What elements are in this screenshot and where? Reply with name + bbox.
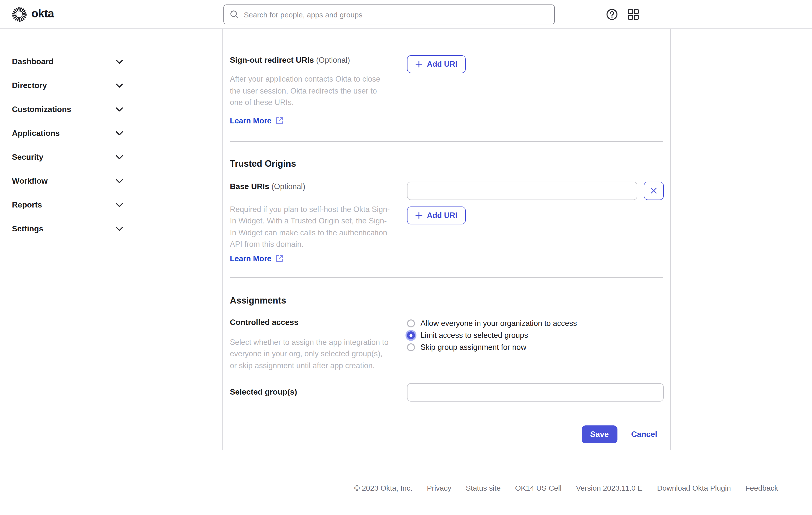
okta-logo[interactable]: okta	[12, 0, 54, 29]
footer-link-cell[interactable]: OK14 US Cell	[515, 484, 561, 492]
sidebar-item-directory[interactable]: Directory	[0, 74, 131, 97]
cancel-button[interactable]: Cancel	[631, 430, 657, 439]
app-root: okta	[0, 0, 812, 515]
optional-tag: (Optional)	[316, 56, 350, 64]
base-uris-label: Base URIs (Optional)	[230, 181, 390, 191]
okta-spinner-icon	[12, 7, 27, 22]
sidebar-item-customizations[interactable]: Customizations	[0, 97, 131, 121]
footer-link-feedback[interactable]: Feedback	[745, 484, 778, 492]
controlled-access-options: Allow everyone in your organization to a…	[407, 317, 663, 353]
signout-redirect-label: Sign-out redirect URIs (Optional)	[230, 55, 390, 65]
external-link-icon	[276, 117, 283, 124]
assignments-section: Assignments Controlled access Select whe…	[230, 278, 663, 402]
copyright-text: © 2023 Okta, Inc.	[354, 484, 412, 492]
chevron-down-icon	[116, 155, 123, 159]
selected-groups-input[interactable]	[407, 383, 664, 402]
controlled-access-label: Controlled access	[230, 317, 390, 327]
close-icon	[650, 187, 657, 194]
chevron-down-icon	[116, 227, 123, 231]
selected-groups-label: Selected group(s)	[230, 383, 390, 397]
chevron-down-icon	[116, 131, 123, 135]
radio-checked[interactable]	[407, 331, 415, 339]
add-signout-uri-button[interactable]: Add URI	[407, 55, 466, 73]
save-button[interactable]: Save	[582, 425, 617, 444]
apps-grid-icon	[628, 8, 639, 20]
external-link-icon	[276, 255, 283, 262]
search-input[interactable]	[244, 10, 548, 19]
footer-link-download-plugin[interactable]: Download Okta Plugin	[657, 484, 731, 492]
global-search[interactable]	[223, 4, 555, 24]
remove-base-uri-button[interactable]	[644, 181, 664, 200]
brand-wordmark: okta	[31, 7, 54, 22]
sidebar-item-settings[interactable]: Settings	[0, 217, 131, 241]
optional-tag: (Optional)	[271, 182, 305, 190]
trusted-origins-section: Trusted Origins Base URIs (Optional) Req…	[230, 142, 663, 277]
apps-menu-button[interactable]	[628, 8, 639, 20]
help-icon	[606, 8, 618, 20]
sidebar-item-applications[interactable]: Applications	[0, 121, 131, 145]
footer-link-status-site[interactable]: Status site	[466, 484, 500, 492]
page-footer: © 2023 Okta, Inc. Privacy Status site OK…	[354, 474, 812, 492]
radio-option-skip-assignment[interactable]: Skip group assignment for now	[407, 341, 663, 353]
trusted-origins-learn-more-link[interactable]: Learn More	[230, 254, 283, 263]
main-area: Sign-out redirect URIs (Optional) After …	[132, 29, 812, 515]
radio-unchecked[interactable]	[407, 343, 415, 351]
sidebar-item-security[interactable]: Security	[0, 145, 131, 169]
footer-version-text: Version 2023.11.0 E	[576, 484, 643, 492]
chevron-down-icon	[116, 84, 123, 88]
trusted-origins-heading: Trusted Origins	[230, 158, 663, 169]
radio-unchecked[interactable]	[407, 319, 415, 327]
sidebar-nav: Dashboard Directory Customizations Appli…	[0, 29, 132, 515]
footer-divider	[354, 474, 812, 474]
radio-option-limit-groups[interactable]: Limit access to selected groups	[407, 329, 663, 341]
controlled-access-description: Select whether to assign the app integra…	[230, 336, 390, 371]
plus-icon	[415, 61, 423, 68]
base-uris-description: Required if you plan to self-host the Ok…	[230, 203, 390, 250]
help-button[interactable]	[606, 8, 618, 20]
search-icon	[230, 10, 239, 19]
signout-learn-more-link[interactable]: Learn More	[230, 116, 283, 125]
signout-redirect-section: Sign-out redirect URIs (Optional) After …	[230, 38, 663, 141]
form-actions: Save Cancel	[230, 425, 663, 444]
add-base-uri-button[interactable]: Add URI	[407, 206, 466, 224]
sidebar-item-reports[interactable]: Reports	[0, 193, 131, 217]
signout-redirect-description: After your application contacts Okta to …	[230, 73, 390, 108]
sidebar-item-workflow[interactable]: Workflow	[0, 169, 131, 193]
top-header: okta	[0, 0, 812, 29]
assignments-heading: Assignments	[230, 294, 663, 306]
chevron-down-icon	[116, 179, 123, 183]
footer-link-privacy[interactable]: Privacy	[427, 484, 451, 492]
app-settings-panel: Sign-out redirect URIs (Optional) After …	[223, 29, 671, 450]
chevron-down-icon	[116, 108, 123, 111]
chevron-down-icon	[116, 60, 123, 64]
sidebar-item-dashboard[interactable]: Dashboard	[0, 50, 131, 74]
plus-icon	[415, 212, 423, 219]
chevron-down-icon	[116, 203, 123, 207]
radio-option-allow-everyone[interactable]: Allow everyone in your organization to a…	[407, 317, 663, 329]
base-uri-input[interactable]	[407, 181, 637, 200]
